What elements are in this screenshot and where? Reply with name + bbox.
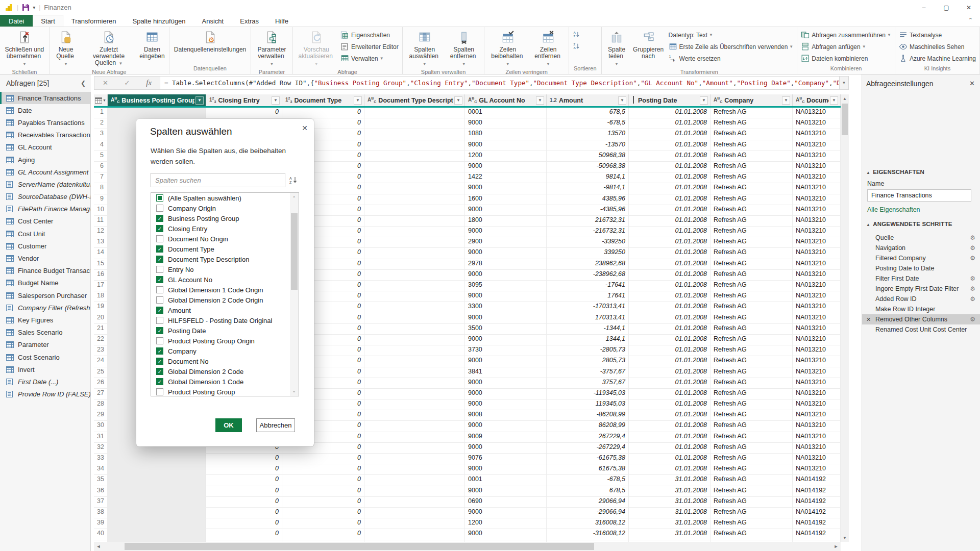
checklist-item-amount[interactable]: ✓Amount	[151, 305, 299, 315]
cell-document-type[interactable]: 0	[282, 454, 364, 464]
cell-company[interactable]: Refresh AG	[710, 281, 793, 291]
cell-company[interactable]: Refresh AG	[710, 529, 793, 539]
sidebar-item-date[interactable]: Date	[0, 104, 90, 116]
row-number[interactable]: 38	[94, 508, 108, 518]
applied-step-filter-first-date[interactable]: Filter First Date⚙	[862, 273, 980, 284]
cell-amount[interactable]: 61675,38	[547, 464, 629, 474]
cell-company[interactable]: Refresh AG	[710, 345, 793, 356]
cell-document-type[interactable]: 0	[282, 475, 364, 485]
row-number[interactable]: 27	[94, 389, 108, 399]
row-number[interactable]: 22	[94, 335, 108, 345]
cell-company[interactable]: Refresh AG	[710, 399, 793, 410]
cell-gl-account-no[interactable]: 9000	[465, 464, 547, 474]
cell-company[interactable]: Refresh AG	[710, 432, 793, 442]
datentyp-text-button[interactable]: Datentyp: Text▼	[667, 29, 796, 41]
schließen-und-übernehmen-button[interactable]: Schließen undübernehmen ▼	[2, 28, 47, 69]
cell-document-type-description[interactable]	[364, 389, 465, 399]
cell-document-type[interactable]: 0	[282, 508, 364, 518]
cell-company[interactable]: Refresh AG	[710, 335, 793, 345]
checkbox-indeterminate-icon[interactable]	[156, 194, 163, 202]
cell-amount[interactable]: 29066,94	[547, 497, 629, 507]
cell-closing-entry[interactable]: 0	[206, 529, 282, 539]
row-number[interactable]: 24	[94, 356, 108, 366]
cell-amount[interactable]: 678,5	[547, 108, 629, 118]
step-settings-gear-icon[interactable]: ⚙	[970, 295, 975, 303]
cell-gl-account-no[interactable]: 9000	[465, 421, 547, 431]
sidebar-item-finance-transactions[interactable]: Finance Transactions	[0, 92, 90, 104]
vorschau-aktualisieren-button[interactable]: Vorschauaktualisieren ▼	[295, 28, 338, 69]
spalten-entfernen-button[interactable]: Spaltenentfernen ▼	[445, 28, 483, 69]
sidebar-item-customer[interactable]: Customer	[0, 240, 90, 252]
azure-machine-learning-button[interactable]: Azure Machine Learning	[897, 53, 978, 64]
cell-company[interactable]: Refresh AG	[710, 194, 793, 205]
cell-document-type-description[interactable]	[364, 259, 465, 269]
applied-step-added-row-id[interactable]: Added Row ID⚙	[862, 294, 980, 304]
cell-amount[interactable]: -2805,73	[547, 345, 629, 356]
cell-document-type-description[interactable]	[364, 183, 465, 193]
checklist-item-entry-no[interactable]: Entry No	[151, 264, 299, 274]
step-settings-gear-icon[interactable]: ⚙	[970, 255, 975, 262]
checkbox-unchecked-icon[interactable]	[156, 317, 163, 324]
row-number[interactable]: 12	[94, 227, 108, 237]
cell-document-no[interactable]: NA014192	[793, 529, 841, 539]
cell-gl-account-no[interactable]: 9000	[465, 183, 547, 193]
cell-gl-account-no[interactable]: 9000	[465, 529, 547, 539]
cell-document-no[interactable]: NA014192	[793, 486, 841, 496]
cell-company[interactable]: Refresh AG	[710, 367, 793, 378]
row-number[interactable]: 23	[94, 345, 108, 356]
scroll-right-icon[interactable]: ►	[831, 542, 841, 551]
column-filter-icon[interactable]: ▼	[195, 96, 204, 105]
cell-posting-date[interactable]: 01.01.2008	[629, 162, 710, 172]
cell-gl-account-no[interactable]: 2978	[465, 259, 547, 269]
checkbox-checked-icon[interactable]: ✓	[156, 327, 163, 334]
cell-posting-date[interactable]: 01.01.2008	[629, 421, 710, 431]
cell-company[interactable]: Refresh AG	[710, 475, 793, 485]
cell-gl-account-no[interactable]: 9000	[465, 291, 547, 302]
sidebar-item-gl-account-assignment[interactable]: GL Account Assignment	[0, 166, 90, 178]
tab-start[interactable]: Start	[33, 15, 63, 27]
cell-document-no[interactable]: NA013210	[793, 378, 841, 388]
cell-document-type-description[interactable]	[364, 270, 465, 280]
checklist-item-global-dimension-1-code[interactable]: ✓Global Dimension 1 Code	[151, 377, 299, 387]
cell-posting-date[interactable]: 31.01.2008	[629, 518, 710, 529]
cell-company[interactable]: Refresh AG	[710, 454, 793, 464]
checklist-item-company-origin[interactable]: Company Origin	[151, 203, 299, 213]
column-header-company[interactable]: ABCCompany▼	[710, 94, 793, 106]
cell-document-no[interactable]: NA013210	[793, 464, 841, 474]
cell-gl-account-no[interactable]: 9008	[465, 410, 547, 420]
select-all-corner-button[interactable]: ▼	[94, 94, 108, 106]
cell-gl-account-no[interactable]: 9000	[465, 248, 547, 258]
collapse-queries-pane-icon[interactable]: ❮	[81, 80, 86, 87]
cell-document-no[interactable]: NA013210	[793, 410, 841, 420]
sidebar-item-salesperson-purchaser[interactable]: Salesperson Purchaser	[0, 289, 90, 302]
cell-gl-account-no[interactable]: 1080	[465, 129, 547, 139]
row-number[interactable]: 4	[94, 140, 108, 151]
cell-document-no[interactable]: NA013210	[793, 162, 841, 172]
step-settings-gear-icon[interactable]: ⚙	[970, 244, 975, 252]
sidebar-item-cost-center[interactable]: Cost Center	[0, 215, 90, 228]
cell-posting-date[interactable]: 31.01.2008	[629, 486, 710, 496]
checklist-scroll-thumb[interactable]	[291, 213, 298, 290]
row-number[interactable]: 25	[94, 367, 108, 378]
ok-button[interactable]: OK	[215, 418, 242, 432]
cell-posting-date[interactable]: 01.01.2008	[629, 205, 710, 215]
checklist-item-document-type[interactable]: ✓Document Type	[151, 244, 299, 254]
cell-amount[interactable]: 2805,73	[547, 356, 629, 366]
cell-document-no[interactable]: NA013210	[793, 248, 841, 258]
cell-posting-date[interactable]: 01.01.2008	[629, 270, 710, 280]
cell-business-posting-group[interactable]	[108, 108, 206, 118]
sidebar-item-filepath-finance-manage[interactable]: FilePath Finance Manage...	[0, 203, 90, 215]
cell-gl-account-no[interactable]: 0001	[465, 108, 547, 118]
cell-gl-account-no[interactable]: 1200	[465, 151, 547, 161]
cell-closing-entry[interactable]: 0	[206, 454, 282, 464]
cell-posting-date[interactable]: 01.01.2008	[629, 172, 710, 183]
cell-gl-account-no[interactable]: 0690	[465, 497, 547, 507]
checkbox-checked-icon[interactable]: ✓	[156, 378, 163, 385]
delete-step-icon[interactable]: ✕	[866, 316, 871, 323]
cell-document-no[interactable]: NA014192	[793, 508, 841, 518]
row-number[interactable]: 14	[94, 248, 108, 258]
cell-document-type-description[interactable]	[364, 302, 465, 312]
cell-amount[interactable]: 50968,38	[547, 151, 629, 161]
checklist-item-hilfsfeld-posting-date-original[interactable]: HILFSFELD - Posting Date Original	[151, 315, 299, 325]
cell-document-no[interactable]: NA013210	[793, 172, 841, 183]
